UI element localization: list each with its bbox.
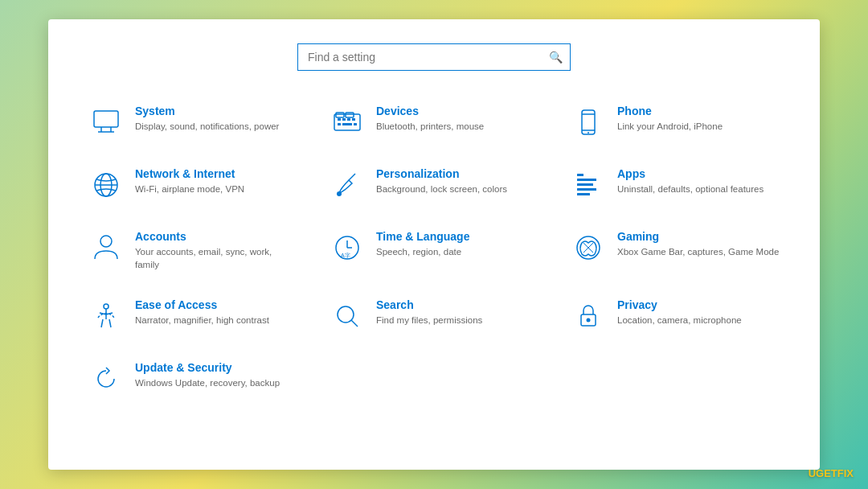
setting-desc-time: Speech, region, date (376, 245, 469, 258)
svg-point-28 (100, 236, 112, 247)
svg-rect-8 (352, 118, 355, 121)
setting-item-accounts[interactable]: Accounts Your accounts, email, sync, wor… (80, 220, 305, 281)
person-icon (88, 230, 124, 265)
xbox-icon (571, 230, 606, 265)
setting-text-system: System Display, sound, notifications, po… (135, 105, 279, 133)
refresh-icon (88, 361, 124, 397)
setting-title-personalization: Personalization (376, 167, 507, 180)
search-icon: 🔍 (549, 51, 563, 64)
setting-text-personalization: Personalization Background, lock screen,… (376, 167, 507, 195)
svg-rect-13 (346, 113, 354, 117)
svg-rect-27 (577, 193, 590, 195)
svg-rect-7 (347, 118, 350, 121)
setting-text-phone: Phone Link your Android, iPhone (617, 105, 723, 133)
search-circle-icon (330, 298, 365, 334)
svg-point-22 (337, 191, 342, 196)
globe-icon (88, 167, 124, 203)
setting-text-apps: Apps Uninstall, defaults, optional featu… (617, 167, 764, 195)
setting-item-ease[interactable]: Ease of Access Narrator, magnifier, high… (80, 289, 305, 343)
setting-title-privacy: Privacy (617, 298, 742, 311)
setting-text-update: Update & Security Windows Update, recove… (135, 361, 280, 389)
setting-text-accounts: Accounts Your accounts, email, sync, wor… (135, 230, 297, 271)
setting-item-gaming[interactable]: Gaming Xbox Game Bar, captures, Game Mod… (563, 220, 788, 281)
setting-title-system: System (135, 105, 279, 117)
svg-line-39 (351, 320, 358, 327)
svg-rect-23 (577, 174, 583, 176)
setting-title-search: Search (376, 298, 482, 311)
settings-window: 🔍 System Display, sound, notifications, … (48, 19, 820, 470)
svg-rect-24 (577, 179, 596, 181)
svg-rect-26 (577, 188, 596, 191)
svg-line-21 (349, 174, 355, 180)
setting-text-time: Time & Language Speech, region, date (376, 230, 469, 258)
setting-desc-update: Windows Update, recovery, backup (135, 376, 280, 389)
svg-text:A字: A字 (341, 253, 350, 258)
settings-grid: System Display, sound, notifications, po… (80, 95, 788, 406)
setting-title-update: Update & Security (135, 361, 280, 374)
svg-rect-9 (338, 123, 341, 125)
accessibility-icon (88, 298, 124, 334)
setting-text-devices: Devices Bluetooth, printers, mouse (376, 105, 484, 133)
setting-item-privacy[interactable]: Privacy Location, camera, microphone (563, 289, 788, 343)
setting-desc-personalization: Background, lock screen, colors (376, 183, 507, 195)
setting-desc-ease: Narrator, magnifier, high contrast (135, 314, 269, 327)
setting-text-ease: Ease of Access Narrator, magnifier, high… (135, 298, 269, 327)
setting-text-search: Search Find my files, permissions (376, 298, 482, 327)
svg-rect-25 (577, 183, 593, 186)
svg-point-17 (588, 132, 589, 134)
setting-title-accounts: Accounts (135, 230, 297, 243)
setting-desc-system: Display, sound, notifications, power (135, 120, 279, 133)
svg-point-41 (587, 318, 591, 323)
svg-point-36 (104, 304, 108, 309)
setting-item-update[interactable]: Update & Security Windows Update, recove… (80, 351, 305, 406)
setting-title-gaming: Gaming (617, 230, 779, 243)
setting-item-phone[interactable]: Phone Link your Android, iPhone (563, 95, 788, 150)
setting-title-time: Time & Language (376, 230, 469, 243)
setting-title-network: Network & Internet (135, 167, 244, 180)
svg-rect-5 (338, 118, 341, 121)
setting-desc-accounts: Your accounts, email, sync, work, family (135, 245, 297, 271)
clock-icon: A字 (330, 230, 365, 265)
lock-icon (571, 298, 606, 334)
svg-rect-4 (334, 114, 360, 130)
brush-icon (330, 167, 365, 203)
setting-title-ease: Ease of Access (135, 298, 269, 311)
setting-item-system[interactable]: System Display, sound, notifications, po… (80, 95, 305, 150)
svg-rect-0 (94, 111, 118, 127)
svg-rect-10 (342, 123, 352, 125)
setting-title-devices: Devices (376, 105, 484, 117)
setting-title-phone: Phone (617, 105, 723, 117)
setting-desc-phone: Link your Android, iPhone (617, 120, 723, 133)
apps-icon (571, 167, 606, 203)
setting-desc-privacy: Location, camera, microphone (617, 314, 742, 327)
setting-desc-network: Wi-Fi, airplane mode, VPN (135, 183, 244, 195)
setting-desc-search: Find my files, permissions (376, 314, 482, 327)
svg-rect-11 (354, 123, 357, 125)
setting-desc-devices: Bluetooth, printers, mouse (376, 120, 484, 133)
keyboard-icon (330, 105, 365, 140)
monitor-icon (88, 105, 124, 140)
setting-item-apps[interactable]: Apps Uninstall, defaults, optional featu… (563, 158, 788, 212)
setting-item-time[interactable]: A字 Time & Language Speech, region, date (321, 220, 547, 281)
phone-icon (571, 105, 606, 140)
watermark: UGETFIX (809, 467, 854, 479)
setting-item-devices[interactable]: Devices Bluetooth, printers, mouse (321, 95, 547, 150)
setting-text-gaming: Gaming Xbox Game Bar, captures, Game Mod… (617, 230, 779, 258)
setting-text-privacy: Privacy Location, camera, microphone (617, 298, 742, 327)
setting-item-search[interactable]: Search Find my files, permissions (321, 289, 547, 343)
setting-desc-apps: Uninstall, defaults, optional features (617, 183, 764, 195)
search-input[interactable] (297, 43, 571, 71)
svg-rect-6 (342, 118, 346, 121)
search-bar-container: 🔍 (297, 43, 571, 71)
svg-rect-12 (336, 113, 344, 117)
setting-text-network: Network & Internet Wi-Fi, airplane mode,… (135, 167, 244, 195)
setting-item-network[interactable]: Network & Internet Wi-Fi, airplane mode,… (80, 158, 305, 212)
setting-title-apps: Apps (617, 167, 764, 180)
setting-item-personalization[interactable]: Personalization Background, lock screen,… (321, 158, 547, 212)
setting-desc-gaming: Xbox Game Bar, captures, Game Mode (617, 245, 779, 258)
